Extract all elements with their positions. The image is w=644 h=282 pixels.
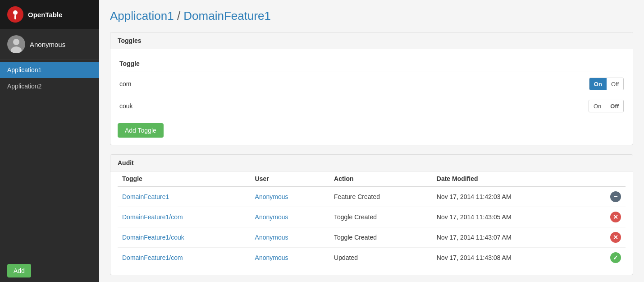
- audit-user-link[interactable]: Anonymous: [255, 193, 288, 200]
- audit-toggle-link[interactable]: DomainFeature1/couk: [122, 234, 184, 241]
- toggles-card: Toggles Toggle com On Off couk On Off Ad…: [110, 32, 633, 145]
- audit-action-cell: ✓: [589, 248, 626, 268]
- minus-icon[interactable]: −: [610, 191, 621, 202]
- svg-point-1: [13, 10, 18, 15]
- toggle-switch-com[interactable]: On Off: [589, 78, 624, 90]
- svg-point-4: [13, 39, 19, 45]
- audit-action: Toggle Created: [329, 207, 432, 227]
- add-toggle-button[interactable]: Add Toggle: [118, 123, 164, 138]
- toggle-name-com: com: [119, 80, 589, 88]
- audit-table-head: Toggle User Action Date Modified: [118, 171, 626, 186]
- audit-toggle-link[interactable]: DomainFeature1/com: [122, 213, 183, 221]
- audit-action-cell: ✕: [589, 227, 626, 248]
- sidebar-item-application2[interactable]: Application2: [0, 78, 99, 94]
- toggle-on-state-com[interactable]: On: [589, 78, 607, 90]
- col-header-actions: [589, 171, 626, 186]
- audit-table-row: DomainFeature1/comAnonymousUpdatedNov 17…: [118, 248, 626, 268]
- audit-user-link[interactable]: Anonymous: [255, 213, 288, 221]
- audit-table-row: DomainFeature1/comAnonymousToggle Create…: [118, 207, 626, 227]
- audit-user-link[interactable]: Anonymous: [255, 254, 288, 261]
- audit-table-body: DomainFeature1AnonymousFeature CreatedNo…: [118, 186, 626, 268]
- audit-date: Nov 17, 2014 11:42:03 AM: [432, 186, 589, 207]
- toggles-card-body: Toggle com On Off couk On Off Add Toggle: [110, 49, 633, 145]
- sidebar-header: OpenTable: [0, 0, 99, 29]
- audit-date: Nov 17, 2014 11:43:05 AM: [432, 207, 589, 227]
- opentable-logo-icon: [7, 6, 23, 23]
- toggle-name-couk: couk: [119, 102, 589, 110]
- audit-action: Updated: [329, 248, 432, 268]
- sidebar: OpenTable Anonymous Application1 Applica…: [0, 0, 99, 282]
- toggle-off-state-com[interactable]: Off: [607, 78, 623, 90]
- main-content: Application1 / DomainFeature1 Toggles To…: [99, 0, 644, 282]
- x-icon[interactable]: ✕: [610, 212, 621, 222]
- audit-action-cell: ✕: [589, 207, 626, 227]
- username-label: Anonymous: [30, 41, 65, 48]
- sidebar-user: Anonymous: [0, 29, 99, 60]
- audit-table: Toggle User Action Date Modified DomainF…: [118, 171, 626, 268]
- audit-toggle-link[interactable]: DomainFeature1: [122, 193, 169, 200]
- toggle-column-header: Toggle: [118, 56, 626, 71]
- avatar: [7, 35, 25, 53]
- audit-action: Feature Created: [329, 186, 432, 207]
- svg-rect-2: [14, 15, 16, 19]
- toggle-row-com: com On Off: [118, 73, 626, 95]
- page-title-separator: /: [177, 9, 183, 23]
- page-title-app: Application1: [110, 9, 174, 23]
- col-header-user: User: [251, 171, 329, 186]
- page-title: Application1 / DomainFeature1: [110, 9, 633, 23]
- audit-card-header: Audit: [110, 155, 633, 171]
- audit-date: Nov 17, 2014 11:43:07 AM: [432, 227, 589, 248]
- check-icon[interactable]: ✓: [610, 252, 621, 263]
- toggle-on-state-couk[interactable]: On: [589, 100, 606, 112]
- audit-action: Toggle Created: [329, 227, 432, 248]
- col-header-toggle: Toggle: [118, 171, 251, 186]
- x-icon[interactable]: ✕: [610, 232, 621, 243]
- audit-date: Nov 17, 2014 11:43:08 AM: [432, 248, 589, 268]
- audit-toggle-link[interactable]: DomainFeature1/com: [122, 254, 183, 261]
- audit-table-row: DomainFeature1AnonymousFeature CreatedNo…: [118, 186, 626, 207]
- toggle-row-couk: couk On Off: [118, 95, 626, 117]
- col-header-action: Action: [329, 171, 432, 186]
- audit-table-row: DomainFeature1/coukAnonymousToggle Creat…: [118, 227, 626, 248]
- sidebar-nav: Application1 Application2: [0, 60, 99, 259]
- toggles-card-header: Toggles: [110, 32, 633, 49]
- col-header-date: Date Modified: [432, 171, 589, 186]
- sidebar-logo-text: OpenTable: [28, 11, 62, 18]
- audit-user-link[interactable]: Anonymous: [255, 234, 288, 241]
- audit-card: Audit Toggle User Action Date Modified D…: [110, 154, 633, 275]
- audit-action-cell: −: [589, 186, 626, 207]
- audit-header-row: Toggle User Action Date Modified: [118, 171, 626, 186]
- sidebar-item-application1[interactable]: Application1: [0, 62, 99, 78]
- page-title-feature: DomainFeature1: [183, 9, 271, 23]
- audit-card-body: Toggle User Action Date Modified DomainF…: [110, 171, 633, 275]
- toggle-off-state-couk[interactable]: Off: [606, 100, 623, 112]
- toggle-switch-couk[interactable]: On Off: [589, 100, 624, 112]
- sidebar-add-button[interactable]: Add: [7, 264, 31, 277]
